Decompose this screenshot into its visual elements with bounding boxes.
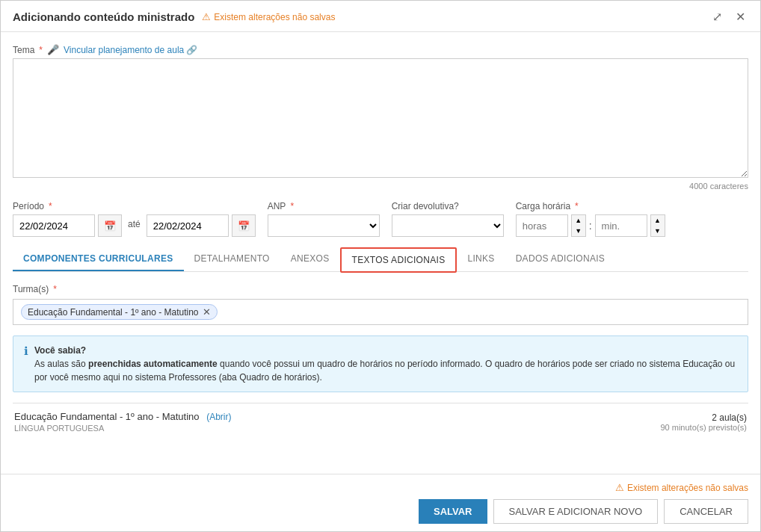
date-field-start: 📅 até 📅 — [13, 214, 256, 237]
devolutiva-label-row: Criar devolutiva? — [392, 201, 504, 211]
carga-min-spinner: ▲ ▼ — [650, 214, 665, 237]
tema-required: * — [39, 45, 43, 55]
carga-horas-down[interactable]: ▼ — [572, 226, 585, 236]
devolutiva-select[interactable] — [392, 214, 504, 237]
cancel-button[interactable]: CANCELAR — [664, 499, 748, 524]
info-title: Você sabia? — [34, 345, 86, 356]
turma-tag: Educação Fundamental - 1º ano - Matutino… — [21, 304, 218, 320]
periodo-group: Período * 📅 até 📅 — [13, 201, 256, 237]
carga-label-row: Carga horária * — [516, 201, 665, 211]
carga-inputs: ▲ ▼ : ▲ ▼ — [516, 214, 665, 237]
carga-required: * — [575, 201, 579, 211]
turmas-section: Turma(s) * Educação Fundamental - 1º ano… — [13, 284, 748, 325]
info-box: ℹ Você sabia? As aulas são preenchidas a… — [13, 335, 748, 392]
char-count: 4000 caracteres — [13, 182, 748, 191]
warning-icon: ⚠ — [202, 11, 211, 22]
carga-min-up[interactable]: ▲ — [651, 215, 665, 226]
ate-label: até — [128, 219, 141, 232]
carga-label: Carga horária — [516, 201, 570, 211]
tema-input[interactable] — [13, 58, 748, 178]
educacao-right: 2 aula(s) 90 minuto(s) previsto(s) — [660, 412, 747, 432]
header-unsaved-text: Existem alterações não salvas — [214, 12, 335, 22]
anp-required: * — [290, 201, 294, 211]
modal-body: Tema * 🎤 Vincular planejamento de aula 🔗… — [1, 32, 760, 474]
modal-container: Adicionando conteúdo ministrado ⚠ Existe… — [0, 0, 761, 532]
tab-anexos[interactable]: ANEXOS — [280, 247, 340, 271]
turma-tag-label: Educação Fundamental - 1º ano - Matutino — [28, 307, 199, 318]
anp-select[interactable] — [268, 214, 380, 237]
turmas-required: * — [53, 284, 57, 294]
aulas-count: 2 aula(s) — [660, 412, 747, 423]
educacao-row: Educação Fundamental - 1º ano - Matutino… — [13, 403, 748, 440]
educacao-title: Educação Fundamental - 1º ano - Matutino… — [14, 411, 232, 422]
carga-horas-up[interactable]: ▲ — [572, 215, 585, 226]
tema-section: Tema * 🎤 Vincular planejamento de aula 🔗… — [13, 44, 748, 191]
info-text: Você sabia? As aulas são preenchidas aut… — [34, 344, 737, 384]
save-add-button[interactable]: SALVAR E ADICIONAR NOVO — [493, 499, 659, 524]
tabs-section: COMPONENTES CURRICULARES DETALHAMENTO AN… — [13, 247, 748, 272]
anp-group: ANP * — [268, 201, 380, 237]
tab-links[interactable]: LINKS — [457, 247, 505, 271]
anp-label-row: ANP * — [268, 201, 380, 211]
tema-textarea-container — [13, 58, 748, 180]
devolutiva-group: Criar devolutiva? — [392, 201, 504, 237]
tab-detalhamento[interactable]: DETALHAMENTO — [184, 247, 280, 271]
close-button[interactable]: ✕ — [733, 8, 748, 25]
turmas-label: Turma(s) — [13, 284, 49, 294]
vincular-link[interactable]: Vincular planejamento de aula 🔗 — [64, 45, 197, 55]
cal-icon-start[interactable]: 📅 — [98, 214, 122, 237]
tab-componentes[interactable]: COMPONENTES CURRICULARES — [13, 247, 184, 271]
info-icon: ℹ — [24, 344, 28, 358]
minutos-text: 90 minuto(s) previsto(s) — [660, 423, 747, 432]
abrir-link[interactable]: (Abrir) — [206, 412, 231, 422]
date-end-input[interactable] — [147, 214, 229, 237]
carga-min-down[interactable]: ▼ — [651, 226, 665, 236]
mic-icon: 🎤 — [47, 44, 59, 55]
date-start-input[interactable] — [13, 214, 95, 237]
footer-warning-icon: ⚠ — [615, 482, 624, 493]
periodo-row: Período * 📅 até 📅 ANP * — [13, 201, 748, 237]
expand-button[interactable]: ⤢ — [709, 8, 725, 25]
devolutiva-label: Criar devolutiva? — [392, 201, 459, 211]
carga-group: Carga horária * ▲ ▼ : ▲ ▼ — [516, 201, 665, 237]
footer-warning: ⚠ Existem alterações não salvas — [615, 482, 748, 493]
header-unsaved-warning: ⚠ Existem alterações não salvas — [202, 11, 335, 22]
modal-header: Adicionando conteúdo ministrado ⚠ Existe… — [1, 1, 760, 32]
turma-tag-close[interactable]: ✕ — [203, 306, 211, 318]
link-icon: 🔗 — [186, 45, 197, 55]
modal-footer: ⚠ Existem alterações não salvas SALVAR S… — [1, 474, 760, 531]
header-left: Adicionando conteúdo ministrado ⚠ Existe… — [13, 10, 335, 23]
colon-separator: : — [589, 220, 592, 232]
header-right: ⤢ ✕ — [709, 8, 748, 25]
periodo-label: Período — [13, 201, 44, 211]
footer-buttons: SALVAR SALVAR E ADICIONAR NOVO CANCELAR — [419, 499, 748, 524]
tabs: COMPONENTES CURRICULARES DETALHAMENTO AN… — [13, 247, 748, 271]
tema-label: Tema — [13, 45, 34, 55]
carga-horas-spinner: ▲ ▼ — [571, 214, 586, 237]
cal-icon-end[interactable]: 📅 — [232, 214, 256, 237]
vincular-label: Vincular planejamento de aula — [64, 45, 184, 55]
tab-textos-adicionais[interactable]: TEXTOS ADICIONAIS — [340, 247, 457, 273]
tab-dados-adicionais[interactable]: DADOS ADICIONAIS — [505, 247, 616, 271]
turmas-box[interactable]: Educação Fundamental - 1º ano - Matutino… — [13, 299, 748, 325]
footer-unsaved-text: Existem alterações não salvas — [627, 483, 748, 493]
periodo-label-row: Período * — [13, 201, 256, 211]
tema-label-row: Tema * 🎤 Vincular planejamento de aula 🔗 — [13, 44, 748, 55]
educacao-title-text: Educação Fundamental - 1º ano - Matutino — [14, 411, 200, 422]
turmas-label-row: Turma(s) * — [13, 284, 748, 294]
periodo-required: * — [49, 201, 52, 211]
educacao-subtitle: LÍNGUA PORTUGUESA — [14, 424, 232, 433]
info-bold: preenchidas automaticamente — [88, 359, 218, 369]
educacao-left: Educação Fundamental - 1º ano - Matutino… — [14, 411, 232, 433]
anp-label: ANP — [268, 201, 286, 211]
save-button[interactable]: SALVAR — [419, 499, 487, 524]
carga-horas-input[interactable] — [516, 214, 568, 237]
modal-title: Adicionando conteúdo ministrado — [13, 10, 194, 23]
carga-min-input[interactable] — [595, 214, 647, 237]
